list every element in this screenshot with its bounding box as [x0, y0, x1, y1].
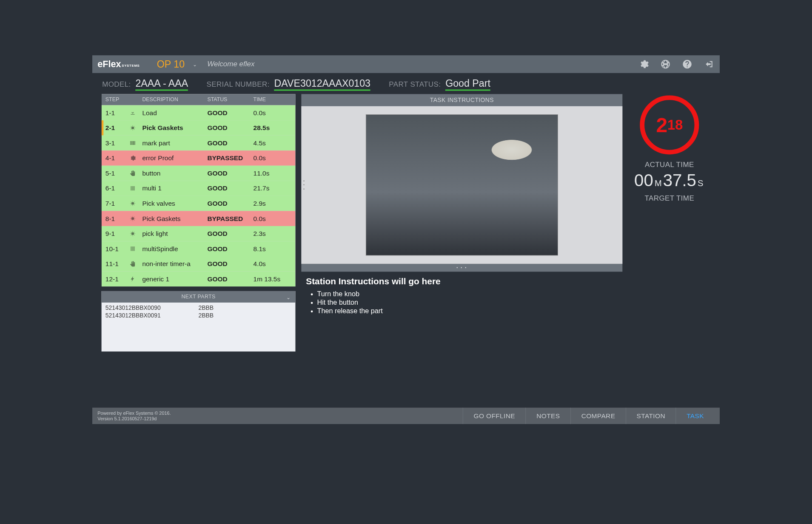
step-description: Pick Gaskets	[142, 124, 207, 132]
barcode-icon	[129, 139, 137, 147]
step-time: 0.0s	[254, 215, 292, 222]
serial-label: SERIAL NUMBER:	[206, 80, 269, 88]
step-status: GOOD	[207, 124, 253, 132]
target-time-label: TARGET TIME	[644, 194, 694, 202]
step-status: GOOD	[207, 170, 253, 177]
logo-flex: Flex	[103, 59, 121, 70]
drag-handle-vertical-icon[interactable]: •••	[301, 179, 305, 191]
logo-e: e	[97, 59, 103, 70]
help-icon[interactable]	[681, 59, 692, 70]
step-time: 28.5s	[254, 124, 292, 132]
footer-station-button[interactable]: STATION	[626, 408, 676, 424]
hand-icon	[129, 260, 137, 267]
instruction-bullet: Turn the knob	[317, 290, 618, 298]
drag-handle-horizontal-icon[interactable]: • • •	[301, 264, 622, 272]
footer-version: Version 5.1.20160527-1219d	[97, 416, 171, 421]
step-status: BYPASSED	[207, 215, 253, 222]
steps-header: STEP DESCRIPTION STATUS TIME	[102, 94, 296, 105]
sun-icon	[129, 215, 137, 222]
sun-icon	[129, 124, 137, 131]
operation-number: OP 10	[157, 59, 185, 70]
step-status: GOOD	[207, 109, 253, 116]
step-time: 21.7s	[254, 184, 292, 192]
step-row[interactable]: 1-1LoadGOOD0.0s	[102, 105, 296, 121]
instruction-bullet: Hit the button	[317, 298, 618, 307]
next-part-serial: 52143012BBBX0091	[105, 312, 199, 319]
step-description: button	[142, 170, 207, 177]
step-description: generic 1	[142, 275, 207, 283]
settings-icon[interactable]	[638, 59, 649, 70]
footer-bar: Powered by eFlex Systems © 2016. Version…	[92, 408, 720, 424]
step-row[interactable]: 12-1generic 1GOOD1m 13.5s	[102, 272, 296, 287]
step-description: Pick Gaskets	[142, 215, 207, 222]
step-id: 6-1	[105, 184, 129, 192]
footer-go-offline-button[interactable]: GO OFFLINE	[463, 408, 526, 424]
step-id: 10-1	[105, 245, 129, 252]
part-info-row: MODEL: 2AAA - AAA SERIAL NUMBER: DAVE301…	[92, 73, 720, 94]
step-time: 0.0s	[254, 154, 292, 162]
logo-systems: SYSTEMS	[122, 64, 140, 67]
step-time: 4.0s	[254, 260, 292, 268]
actual-time-value: 00 M 37.5 S	[634, 170, 704, 190]
timer-ring-major: 2	[656, 113, 667, 137]
step-row[interactable]: 11-1non-inter timer-aGOOD4.0s	[102, 256, 296, 272]
step-status: BYPASSED	[207, 154, 253, 162]
steps-table: STEP DESCRIPTION STATUS TIME 1-1LoadGOOD…	[102, 94, 296, 286]
step-row[interactable]: 3-1mark partGOOD4.5s	[102, 136, 296, 151]
step-row[interactable]: 4-1error ProofBYPASSED0.0s	[102, 150, 296, 166]
logout-icon[interactable]	[703, 59, 714, 70]
hand-icon	[129, 170, 137, 177]
step-time: 1m 13.5s	[254, 275, 292, 283]
step-row[interactable]: 9-1pick lightGOOD2.3s	[102, 226, 296, 241]
instructions-heading: Station Instructions will go here	[306, 276, 618, 286]
footer-compare-button[interactable]: COMPARE	[570, 408, 626, 424]
sun-icon	[129, 230, 137, 237]
next-parts-header[interactable]: NEXT PARTS ⌄	[102, 291, 296, 302]
instruction-bullet: Then release the part	[317, 307, 618, 315]
timer-ring: 2 18	[640, 95, 699, 154]
timer-ring-minor: 18	[667, 117, 683, 133]
task-image-area: •••	[301, 106, 622, 264]
next-part-row[interactable]: 52143012BBBX00912BBB	[105, 312, 291, 320]
next-part-row[interactable]: 52143012BBBX00902BBB	[105, 304, 291, 312]
step-status: GOOD	[207, 245, 253, 252]
step-row[interactable]: 6-1multi 1GOOD21.7s	[102, 181, 296, 196]
model-label: MODEL:	[102, 80, 131, 88]
globe-icon[interactable]	[660, 59, 671, 70]
step-id: 5-1	[105, 170, 129, 177]
next-part-model: 2BBB	[199, 312, 292, 319]
step-time: 2.9s	[254, 200, 292, 207]
footer-powered: Powered by eFlex Systems © 2016.	[97, 411, 171, 416]
station-instructions: Station Instructions will go here Turn t…	[301, 272, 622, 315]
part-status-value: Good Part	[445, 78, 490, 91]
col-step: STEP	[105, 96, 129, 102]
actual-time-label: ACTUAL TIME	[645, 160, 694, 169]
step-id: 7-1	[105, 200, 129, 207]
step-time: 2.3s	[254, 230, 292, 238]
welcome-text: Welcome eflex	[207, 60, 254, 68]
step-time: 4.5s	[254, 139, 292, 147]
step-row[interactable]: 5-1buttonGOOD11.0s	[102, 166, 296, 181]
step-id: 8-1	[105, 215, 129, 222]
step-status: GOOD	[207, 184, 253, 192]
footer-task-button[interactable]: TASK	[676, 408, 715, 424]
col-description: DESCRIPTION	[142, 96, 207, 102]
step-id: 2-1	[105, 124, 129, 132]
step-description: pick light	[142, 230, 207, 238]
step-id: 4-1	[105, 154, 129, 162]
step-status: GOOD	[207, 139, 253, 147]
bars-icon	[129, 185, 137, 192]
next-parts-panel: NEXT PARTS ⌄ 52143012BBBX00902BBB5214301…	[102, 291, 296, 351]
step-row[interactable]: 8-1Pick GasketsBYPASSED0.0s	[102, 211, 296, 226]
step-status: GOOD	[207, 275, 253, 283]
footer-notes-button[interactable]: NOTES	[526, 408, 570, 424]
step-row[interactable]: 2-1Pick GasketsGOOD28.5s	[102, 120, 296, 136]
logo: e Flex SYSTEMS	[97, 59, 140, 70]
step-id: 11-1	[105, 260, 129, 268]
step-time: 8.1s	[254, 245, 292, 252]
next-part-serial: 52143012BBBX0090	[105, 305, 199, 312]
step-row[interactable]: 10-1multiSpindleGOOD8.1s	[102, 241, 296, 256]
operation-dropdown[interactable]: ⌄	[193, 61, 197, 68]
col-status: STATUS	[207, 96, 253, 102]
step-row[interactable]: 7-1Pick valvesGOOD2.9s	[102, 196, 296, 211]
